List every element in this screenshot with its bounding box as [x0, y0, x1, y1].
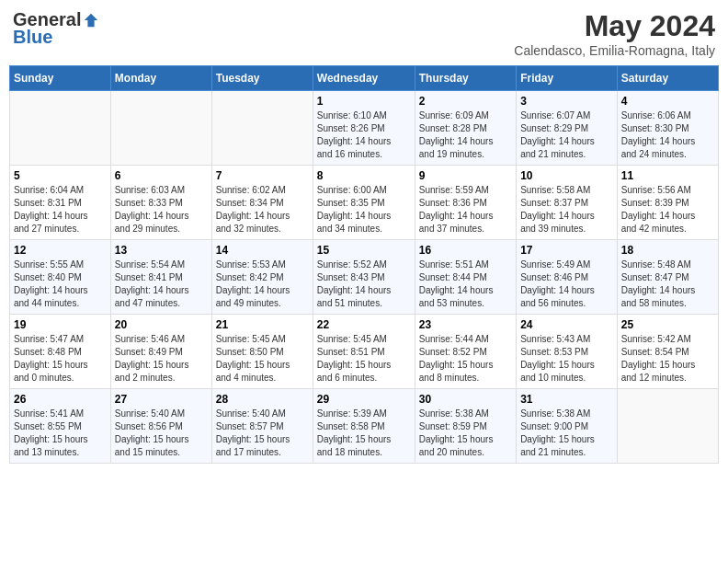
day-number: 3	[520, 95, 613, 108]
day-number: 15	[317, 244, 411, 257]
day-number: 21	[216, 318, 309, 331]
day-number: 8	[317, 169, 411, 182]
day-number: 19	[14, 318, 107, 331]
day-info: Sunrise: 5:58 AM Sunset: 8:37 PM Dayligh…	[520, 184, 613, 236]
header-thursday: Thursday	[415, 66, 516, 91]
day-info: Sunrise: 6:07 AM Sunset: 8:29 PM Dayligh…	[520, 109, 613, 161]
day-number: 4	[621, 95, 714, 108]
calendar-header: Sunday Monday Tuesday Wednesday Thursday…	[10, 66, 719, 91]
day-info: Sunrise: 6:09 AM Sunset: 8:28 PM Dayligh…	[419, 109, 512, 161]
day-number: 7	[216, 169, 309, 182]
logo-icon	[83, 12, 99, 29]
day-cell: 29Sunrise: 5:39 AM Sunset: 8:58 PM Dayli…	[313, 389, 415, 464]
day-info: Sunrise: 5:39 AM Sunset: 8:58 PM Dayligh…	[317, 408, 411, 459]
day-cell	[211, 91, 313, 166]
day-cell: 19Sunrise: 5:47 AM Sunset: 8:48 PM Dayli…	[10, 315, 111, 389]
day-number: 10	[520, 169, 613, 182]
day-info: Sunrise: 5:43 AM Sunset: 8:53 PM Dayligh…	[520, 333, 613, 385]
day-info: Sunrise: 5:40 AM Sunset: 8:57 PM Dayligh…	[216, 408, 309, 459]
day-cell: 31Sunrise: 5:38 AM Sunset: 9:00 PM Dayli…	[517, 389, 618, 464]
day-number: 2	[419, 95, 512, 108]
day-cell: 27Sunrise: 5:40 AM Sunset: 8:56 PM Dayli…	[110, 389, 211, 464]
day-info: Sunrise: 5:40 AM Sunset: 8:56 PM Dayligh…	[115, 408, 208, 459]
day-info: Sunrise: 5:38 AM Sunset: 8:59 PM Dayligh…	[419, 408, 512, 459]
day-info: Sunrise: 5:48 AM Sunset: 8:47 PM Dayligh…	[621, 259, 714, 310]
day-cell: 17Sunrise: 5:49 AM Sunset: 8:46 PM Dayli…	[517, 240, 618, 315]
day-number: 12	[14, 244, 107, 257]
day-number: 28	[216, 393, 309, 406]
day-info: Sunrise: 5:46 AM Sunset: 8:49 PM Dayligh…	[115, 333, 208, 385]
day-cell	[10, 91, 111, 166]
day-cell: 28Sunrise: 5:40 AM Sunset: 8:57 PM Dayli…	[211, 389, 313, 464]
day-cell: 9Sunrise: 5:59 AM Sunset: 8:36 PM Daylig…	[415, 166, 516, 240]
day-number: 14	[216, 244, 309, 257]
day-cell: 5Sunrise: 6:04 AM Sunset: 8:31 PM Daylig…	[10, 166, 111, 240]
day-info: Sunrise: 5:53 AM Sunset: 8:42 PM Dayligh…	[216, 259, 309, 310]
week-row-2: 5Sunrise: 6:04 AM Sunset: 8:31 PM Daylig…	[10, 166, 719, 240]
svg-marker-0	[85, 13, 97, 26]
day-number: 6	[115, 169, 208, 182]
day-cell: 8Sunrise: 6:00 AM Sunset: 8:35 PM Daylig…	[313, 166, 415, 240]
day-number: 11	[621, 169, 714, 182]
day-number: 31	[520, 393, 613, 406]
day-info: Sunrise: 5:56 AM Sunset: 8:39 PM Dayligh…	[621, 184, 714, 236]
day-info: Sunrise: 5:49 AM Sunset: 8:46 PM Dayligh…	[520, 259, 613, 310]
month-title: May 2024	[514, 9, 715, 43]
day-number: 16	[419, 244, 512, 257]
day-cell: 23Sunrise: 5:44 AM Sunset: 8:52 PM Dayli…	[415, 315, 516, 389]
day-cell: 25Sunrise: 5:42 AM Sunset: 8:54 PM Dayli…	[617, 315, 718, 389]
day-cell: 20Sunrise: 5:46 AM Sunset: 8:49 PM Dayli…	[110, 315, 211, 389]
day-cell: 18Sunrise: 5:48 AM Sunset: 8:47 PM Dayli…	[617, 240, 718, 315]
day-info: Sunrise: 6:03 AM Sunset: 8:33 PM Dayligh…	[115, 184, 208, 236]
location-subtitle: Calendasco, Emilia-Romagna, Italy	[514, 43, 715, 58]
header-monday: Monday	[110, 66, 211, 91]
day-cell: 4Sunrise: 6:06 AM Sunset: 8:30 PM Daylig…	[617, 91, 718, 166]
title-section: May 2024 Calendasco, Emilia-Romagna, Ita…	[514, 9, 715, 58]
day-info: Sunrise: 5:55 AM Sunset: 8:40 PM Dayligh…	[14, 259, 107, 310]
day-info: Sunrise: 5:38 AM Sunset: 9:00 PM Dayligh…	[520, 408, 613, 459]
day-cell: 26Sunrise: 5:41 AM Sunset: 8:55 PM Dayli…	[10, 389, 111, 464]
day-cell	[110, 91, 211, 166]
header-row: Sunday Monday Tuesday Wednesday Thursday…	[10, 66, 719, 91]
day-info: Sunrise: 6:10 AM Sunset: 8:26 PM Dayligh…	[317, 109, 411, 161]
day-cell: 13Sunrise: 5:54 AM Sunset: 8:41 PM Dayli…	[110, 240, 211, 315]
day-info: Sunrise: 5:45 AM Sunset: 8:51 PM Dayligh…	[317, 333, 411, 385]
day-number: 17	[520, 244, 613, 257]
week-row-3: 12Sunrise: 5:55 AM Sunset: 8:40 PM Dayli…	[10, 240, 719, 315]
day-number: 30	[419, 393, 512, 406]
logo: General Blue	[13, 9, 99, 48]
day-info: Sunrise: 5:44 AM Sunset: 8:52 PM Dayligh…	[419, 333, 512, 385]
day-info: Sunrise: 6:04 AM Sunset: 8:31 PM Dayligh…	[14, 184, 107, 236]
day-info: Sunrise: 6:00 AM Sunset: 8:35 PM Dayligh…	[317, 184, 411, 236]
header-friday: Friday	[517, 66, 618, 91]
day-number: 23	[419, 318, 512, 331]
day-number: 13	[115, 244, 208, 257]
day-info: Sunrise: 5:47 AM Sunset: 8:48 PM Dayligh…	[14, 333, 107, 385]
day-number: 29	[317, 393, 411, 406]
header-saturday: Saturday	[617, 66, 718, 91]
day-number: 20	[115, 318, 208, 331]
day-info: Sunrise: 6:06 AM Sunset: 8:30 PM Dayligh…	[621, 109, 714, 161]
day-info: Sunrise: 5:51 AM Sunset: 8:44 PM Dayligh…	[419, 259, 512, 310]
day-cell: 16Sunrise: 5:51 AM Sunset: 8:44 PM Dayli…	[415, 240, 516, 315]
day-info: Sunrise: 5:54 AM Sunset: 8:41 PM Dayligh…	[115, 259, 208, 310]
day-cell: 15Sunrise: 5:52 AM Sunset: 8:43 PM Dayli…	[313, 240, 415, 315]
day-number: 22	[317, 318, 411, 331]
calendar-table: Sunday Monday Tuesday Wednesday Thursday…	[9, 65, 719, 464]
day-info: Sunrise: 5:41 AM Sunset: 8:55 PM Dayligh…	[14, 408, 107, 459]
day-cell: 2Sunrise: 6:09 AM Sunset: 8:28 PM Daylig…	[415, 91, 516, 166]
day-info: Sunrise: 6:02 AM Sunset: 8:34 PM Dayligh…	[216, 184, 309, 236]
day-cell: 21Sunrise: 5:45 AM Sunset: 8:50 PM Dayli…	[211, 315, 313, 389]
day-number: 18	[621, 244, 714, 257]
day-info: Sunrise: 5:45 AM Sunset: 8:50 PM Dayligh…	[216, 333, 309, 385]
week-row-4: 19Sunrise: 5:47 AM Sunset: 8:48 PM Dayli…	[10, 315, 719, 389]
day-cell: 30Sunrise: 5:38 AM Sunset: 8:59 PM Dayli…	[415, 389, 516, 464]
day-number: 5	[14, 169, 107, 182]
day-cell: 22Sunrise: 5:45 AM Sunset: 8:51 PM Dayli…	[313, 315, 415, 389]
week-row-5: 26Sunrise: 5:41 AM Sunset: 8:55 PM Dayli…	[10, 389, 719, 464]
logo-blue-text: Blue	[13, 27, 52, 48]
day-info: Sunrise: 5:52 AM Sunset: 8:43 PM Dayligh…	[317, 259, 411, 310]
day-cell: 11Sunrise: 5:56 AM Sunset: 8:39 PM Dayli…	[617, 166, 718, 240]
day-info: Sunrise: 5:42 AM Sunset: 8:54 PM Dayligh…	[621, 333, 714, 385]
day-cell: 10Sunrise: 5:58 AM Sunset: 8:37 PM Dayli…	[517, 166, 618, 240]
